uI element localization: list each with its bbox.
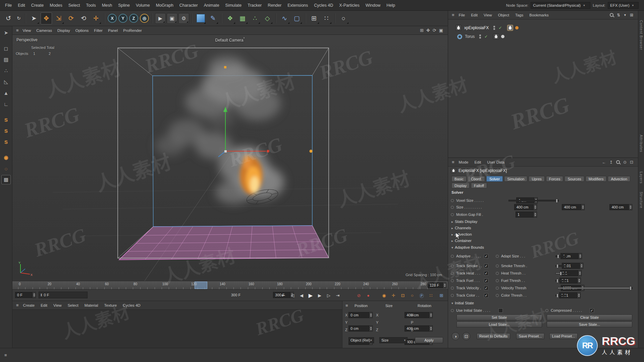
- spinner-icon[interactable]: [429, 326, 432, 331]
- object-name[interactable]: Torus: [465, 34, 475, 39]
- new-panel-icon[interactable]: ⊡: [630, 160, 633, 165]
- prev-key-button[interactable]: ◁: [288, 291, 297, 300]
- track-heat-checkbox[interactable]: ✓: [484, 271, 488, 276]
- hamburger-icon[interactable]: ≡: [3, 353, 8, 358]
- mat-menu-texture[interactable]: Texture: [102, 303, 120, 307]
- layer-dot-icon[interactable]: [501, 35, 504, 38]
- fuel-thresh-slider[interactable]: [555, 280, 567, 282]
- lock-x-axis-button[interactable]: X: [108, 14, 117, 23]
- anim-dot-icon[interactable]: [451, 213, 454, 216]
- render-picture-viewer-button[interactable]: ▣: [167, 13, 177, 24]
- am-menu-userdata[interactable]: User Data: [484, 160, 507, 164]
- anim-dot-icon[interactable]: [496, 264, 499, 267]
- menu-spline[interactable]: Spline: [115, 3, 133, 8]
- vp-menu-cameras[interactable]: Cameras: [34, 28, 54, 33]
- size-x-field[interactable]: 400 cm: [514, 204, 537, 210]
- mat-menu-create[interactable]: Create: [20, 303, 38, 307]
- search-icon[interactable]: [610, 13, 613, 17]
- menu-select[interactable]: Select: [65, 3, 83, 8]
- texture-mode-button[interactable]: ▨: [1, 55, 11, 64]
- om-menu-view[interactable]: View: [481, 13, 495, 17]
- search-icon[interactable]: [616, 160, 620, 164]
- section-initial-state[interactable]: ▾Initial State: [451, 301, 474, 305]
- menu-volume[interactable]: Volume: [133, 3, 153, 8]
- section-stats-display[interactable]: ▸Stats Display: [451, 220, 477, 224]
- snapshot-icon[interactable]: ⊡: [462, 332, 470, 340]
- menu-character[interactable]: Character: [176, 3, 201, 8]
- mat-menu-view[interactable]: View: [51, 303, 64, 307]
- menu-window[interactable]: Window: [363, 3, 383, 8]
- om-menu-edit[interactable]: Edit: [468, 13, 480, 17]
- xparticles-system-button[interactable]: S: [1, 115, 11, 124]
- play-button[interactable]: ▶: [306, 291, 315, 300]
- section-adaptive-bounds[interactable]: ▾Adaptive Bounds: [451, 245, 484, 249]
- set-state-button[interactable]: Set State: [457, 314, 542, 320]
- node-space-dropdown[interactable]: Current (Standard/Physical)▾: [531, 2, 590, 9]
- size-y-field[interactable]: 400 cm: [405, 325, 433, 331]
- anim-dot-icon[interactable]: [451, 294, 454, 297]
- track-fuel-checkbox[interactable]: ✓: [484, 279, 488, 283]
- keyframe-scale-button[interactable]: ⊡: [398, 291, 407, 300]
- apply-button[interactable]: Apply: [415, 337, 443, 343]
- keyframe-parameter-button[interactable]: Ⓟ: [417, 291, 426, 300]
- anim-dot-icon[interactable]: [496, 287, 499, 290]
- current-frame-field[interactable]: 128 F: [428, 282, 446, 288]
- light-button[interactable]: ○: [338, 12, 349, 24]
- anim-dot-icon[interactable]: [451, 287, 454, 290]
- falloff-tool-button[interactable]: ◌: [1, 164, 11, 173]
- pos-x-field[interactable]: 0 cm: [348, 312, 373, 318]
- size-z-field[interactable]: 400 cm: [609, 204, 632, 210]
- menu-tracker[interactable]: Tracker: [245, 3, 265, 8]
- menu-mesh[interactable]: Mesh: [99, 3, 115, 8]
- menu-cycles4d[interactable]: Cycles 4D: [311, 3, 336, 8]
- om-menu-tags[interactable]: Tags: [513, 13, 526, 17]
- viewport-maximize-icon[interactable]: ▣: [439, 28, 443, 33]
- hamburger-icon[interactable]: ≡: [451, 12, 455, 17]
- voxel-size-slider[interactable]: [508, 200, 559, 201]
- side-tab-layers[interactable]: Layers: [639, 172, 643, 184]
- timeline-window-button[interactable]: ⊞: [437, 291, 446, 300]
- smoke-thresh-slider[interactable]: [555, 265, 567, 267]
- spinner-icon[interactable]: [369, 312, 372, 318]
- render-view-button[interactable]: ▶: [155, 13, 166, 24]
- tab-falloff[interactable]: Falloff: [471, 183, 487, 188]
- spinner-icon[interactable]: [533, 212, 537, 217]
- section-advection[interactable]: ▸Advection: [451, 232, 472, 236]
- save-state-button[interactable]: Save State...: [547, 321, 632, 327]
- tab-upres[interactable]: Upres: [529, 176, 544, 182]
- spinner-icon[interactable]: [533, 204, 537, 210]
- side-tab-attributes[interactable]: Attributes: [639, 135, 643, 152]
- menu-xparticles[interactable]: X-Particles: [336, 3, 362, 8]
- spline-tool-button[interactable]: ∿: [279, 12, 290, 24]
- layout-grid-icon[interactable]: ⊞: [630, 13, 633, 17]
- anim-dot-icon[interactable]: [451, 255, 454, 258]
- layout-dropdown[interactable]: EFX (User)▾: [608, 2, 639, 9]
- spinner-icon[interactable]: [443, 283, 446, 288]
- save-preset-button[interactable]: Save Preset...: [516, 333, 544, 339]
- xpresso-button[interactable]: ⊞: [308, 12, 320, 24]
- array-generator-button[interactable]: ▦: [237, 12, 248, 24]
- track-velocity-checkbox[interactable]: ✓: [484, 286, 488, 290]
- material-manager-panel[interactable]: [12, 310, 342, 348]
- next-frame-button[interactable]: ▶: [315, 291, 324, 300]
- xparticles-editor-button[interactable]: S: [1, 137, 11, 146]
- menu-render[interactable]: Render: [265, 3, 284, 8]
- preset-icon[interactable]: ◑: [451, 332, 460, 340]
- explosiafx-tag-icon[interactable]: [493, 34, 499, 40]
- am-menu-edit[interactable]: Edit: [472, 160, 484, 164]
- object-name[interactable]: xpExplosiaFX: [464, 25, 489, 30]
- spinner-icon[interactable]: [32, 292, 36, 298]
- tab-advection[interactable]: Advection: [608, 176, 630, 182]
- load-preset-button[interactable]: Load Preset...: [549, 333, 578, 339]
- anim-dot-icon[interactable]: [496, 294, 499, 297]
- coordinate-system-button[interactable]: ◎: [140, 14, 149, 23]
- size-y-field[interactable]: 400 cm: [562, 204, 585, 210]
- vp-menu-view[interactable]: View: [20, 28, 34, 33]
- goto-start-button[interactable]: ⇤: [279, 291, 288, 300]
- reset-to-defaults-button[interactable]: Reset to Defaults: [477, 333, 510, 339]
- vp-menu-filter[interactable]: Filter: [92, 28, 105, 33]
- camera-label[interactable]: Default Camera°: [215, 37, 245, 43]
- anim-dot-icon[interactable]: [496, 255, 499, 258]
- menu-simulate[interactable]: Simulate: [222, 3, 245, 8]
- om-menu-bookmarks[interactable]: Bookmarks: [527, 13, 551, 17]
